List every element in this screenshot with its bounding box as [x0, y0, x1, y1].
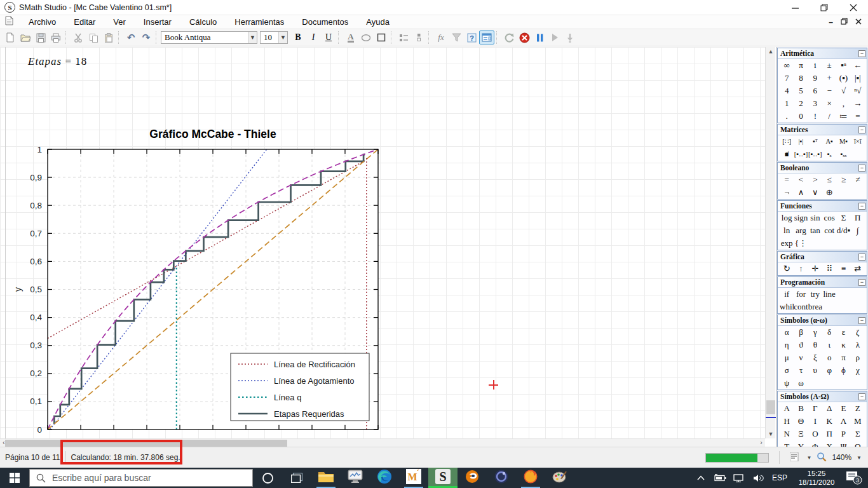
mccabe-thiele-chart[interactable]: 10,90,80,70,60,50,40,30,20,10Gráfico McC…	[13, 124, 394, 438]
filter-button[interactable]	[449, 30, 464, 44]
copy-button[interactable]	[86, 30, 101, 44]
page-layout-icon[interactable]	[790, 452, 801, 463]
border-rect-button[interactable]	[374, 30, 389, 44]
panel-button[interactable]: {⋮	[794, 237, 808, 250]
panel-button[interactable]: continue	[794, 301, 808, 313]
panel-button[interactable]: ι	[822, 339, 836, 351]
panel-button[interactable]: .	[780, 110, 794, 123]
close-button[interactable]	[839, 0, 868, 15]
panel-button[interactable]: ∨	[808, 186, 822, 199]
panel-button[interactable]: ≔	[836, 110, 850, 123]
panel-button[interactable]: Ζ	[851, 402, 865, 415]
panel-button[interactable]: arg	[794, 224, 808, 237]
panel-button[interactable]: A▪	[822, 135, 836, 148]
print-button[interactable]	[48, 30, 64, 44]
highlight-ellipse-button[interactable]	[358, 30, 374, 44]
start-button[interactable]	[0, 468, 29, 488]
panel-button[interactable]: for	[794, 288, 808, 301]
panel-button[interactable]: →	[851, 97, 865, 110]
new-document-button[interactable]	[3, 30, 18, 44]
function-fx-button[interactable]: fx	[433, 30, 449, 44]
taskbar-app-paint-app[interactable]	[545, 468, 574, 488]
panel-button[interactable]: 2	[794, 97, 808, 110]
doc-restore-button[interactable]	[841, 18, 848, 27]
panel-button[interactable]: Ε	[836, 402, 850, 415]
panel-minimize-icon[interactable]: −	[858, 50, 865, 57]
panel-button[interactable]: Μ	[851, 415, 865, 428]
panel-button[interactable]: ,	[836, 97, 850, 110]
panel-button[interactable]: Ι	[808, 415, 822, 428]
taskbar-app-edge-browser[interactable]	[370, 468, 399, 488]
panel-button[interactable]: line	[822, 288, 836, 301]
panel-button[interactable]: exp	[780, 237, 794, 250]
panel-button[interactable]: ≥	[836, 173, 850, 186]
stop-button[interactable]	[517, 30, 532, 44]
panel-button[interactable]: χ	[851, 364, 865, 377]
panel-button[interactable]: υ	[808, 364, 822, 377]
panel-button[interactable]: ↻	[780, 262, 794, 275]
undo-button[interactable]: ↶	[123, 30, 139, 44]
panel-button[interactable]: !	[808, 110, 822, 123]
panel-button[interactable]: ≤	[822, 173, 836, 186]
redo-button[interactable]: ↷	[139, 30, 154, 44]
panel-button[interactable]: 5	[794, 85, 808, 97]
panel-button[interactable]: Ρ	[836, 428, 850, 440]
doc-close-button[interactable]	[855, 18, 862, 27]
panel-button[interactable]: ξ	[808, 351, 822, 364]
panel-button[interactable]: √	[836, 85, 850, 97]
panel-button[interactable]: 1	[780, 97, 794, 110]
taskbar-app-cinema4d[interactable]	[487, 468, 516, 488]
panel-button[interactable]: κ	[836, 339, 850, 351]
panel-button[interactable]: >	[808, 173, 822, 186]
panel-button[interactable]: Σ	[836, 212, 850, 224]
panel-button[interactable]: tan	[808, 224, 822, 237]
panel-button[interactable]: ρ	[851, 351, 865, 364]
panel-button[interactable]: Σ	[851, 428, 865, 440]
units-button[interactable]	[411, 30, 426, 44]
scroll-down-icon[interactable]: ▼	[766, 430, 776, 438]
font-color-button[interactable]: A	[343, 30, 358, 44]
panel-button[interactable]: [▪‥▪]	[808, 148, 822, 161]
panel-button[interactable]: sign	[794, 212, 808, 224]
panel-button[interactable]: ✛	[808, 262, 822, 275]
panel-button[interactable]: ϑ	[794, 339, 808, 351]
panel-button[interactable]: |▪|	[794, 135, 808, 148]
recalculate-button[interactable]	[501, 30, 517, 44]
panel-button[interactable]: |▪|	[851, 72, 865, 85]
panel-button[interactable]: ω	[794, 377, 808, 390]
panel-button[interactable]: Θ	[794, 415, 808, 428]
vscroll-thumb[interactable]	[766, 400, 775, 414]
task-view-button[interactable]	[282, 468, 311, 488]
panel-button[interactable]: break	[808, 301, 822, 313]
panel-button[interactable]: δ	[822, 326, 836, 339]
panel-button[interactable]: ×	[822, 97, 836, 110]
font-family-combo[interactable]: Book Antiqua▼	[161, 31, 257, 44]
panel-minimize-icon[interactable]: −	[858, 393, 865, 400]
panel-button[interactable]: ⁿ√	[851, 85, 865, 97]
panel-button[interactable]: ▪ⁿ	[836, 59, 850, 72]
panel-button[interactable]: ln	[780, 224, 794, 237]
doc-minimize-button[interactable]: –	[829, 18, 833, 27]
panel-button[interactable]: sin	[808, 212, 822, 224]
panel-minimize-icon[interactable]: −	[858, 203, 865, 210]
vertical-scrollbar[interactable]: ▲ ▼	[765, 47, 775, 438]
help-button[interactable]: ?	[464, 30, 479, 44]
panel-button[interactable]: ↑	[794, 262, 808, 275]
panel-button[interactable]: ▪ᵀ	[808, 135, 822, 148]
zoom-caret-icon[interactable]: ▼	[857, 455, 862, 461]
panel-button[interactable]: ∧	[794, 186, 808, 199]
taskbar-search-input[interactable]: Escribe aquí para buscar	[29, 469, 253, 487]
panel-button[interactable]: Δ	[822, 402, 836, 415]
worksheet-canvas[interactable]: Etapas = 18 10,90,80,70,60,50,40,30,20,1…	[0, 47, 765, 438]
panel-button[interactable]: Ο	[808, 428, 822, 440]
panel-button[interactable]: θ	[808, 339, 822, 351]
bold-button[interactable]: B	[290, 30, 306, 44]
panel-button[interactable]: −	[822, 85, 836, 97]
notification-center-button[interactable]: 3	[843, 468, 864, 488]
panel-button[interactable]: τ	[794, 364, 808, 377]
menu-ver[interactable]: Ver	[104, 16, 135, 28]
panel-button[interactable]: ψ	[780, 377, 794, 390]
panel-button[interactable]: [∷]	[780, 135, 794, 148]
panel-button[interactable]: ±	[822, 59, 836, 72]
panel-button[interactable]: ϕ	[836, 364, 850, 377]
